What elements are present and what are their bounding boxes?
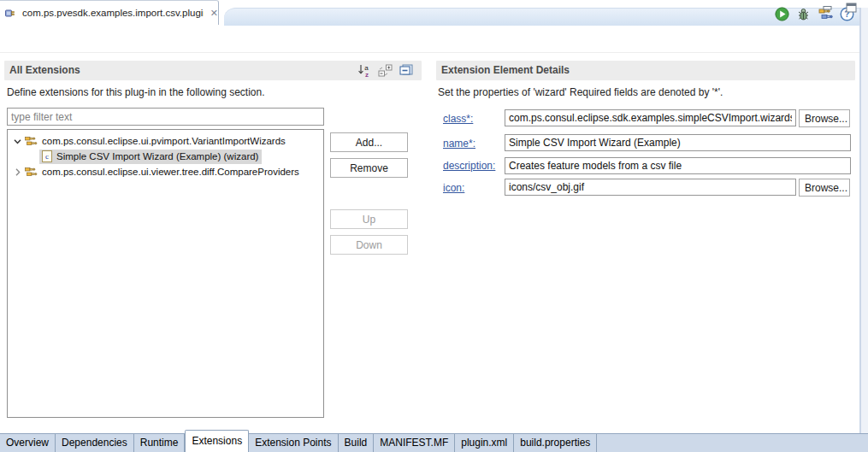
tree-node-variant-import-wizards[interactable]: com.ps.consul.eclipse.ui.pvimport.Varian… [8, 133, 323, 149]
tree-node-compare-providers[interactable]: com.ps.consul.eclipse.ui.viewer.tree.dif… [8, 164, 323, 179]
tree-node-label: com.ps.consul.eclipse.ui.pvimport.Varian… [42, 136, 286, 146]
chevron-right-icon[interactable] [13, 168, 21, 176]
extension-node-icon [25, 136, 38, 147]
run-icon[interactable] [775, 7, 789, 21]
collapse-all-icon[interactable] [399, 64, 413, 76]
tab-runtime[interactable]: Runtime [134, 434, 186, 452]
add-button[interactable]: Add... [330, 132, 408, 152]
plugin-icon [4, 7, 17, 20]
all-extensions-toolbar: a z [358, 63, 413, 77]
sort-alpha-icon[interactable]: a z [358, 63, 371, 77]
class-label-link[interactable]: class*: [443, 113, 473, 125]
tab-overview[interactable]: Overview [0, 434, 56, 452]
editor-tab-title: com.ps.pvesdk.examples.import.csv.plugin [22, 8, 204, 18]
name-field[interactable] [505, 134, 851, 151]
section-title: Extension Element Details [436, 61, 855, 80]
element-c-icon: c [42, 150, 52, 162]
close-icon[interactable]: ✕ [210, 9, 218, 18]
element-details-description: Set the properties of 'wizard' Required … [438, 86, 723, 98]
tab-build[interactable]: Build [339, 434, 375, 452]
editor-tab-strip [224, 8, 868, 26]
form-header [0, 26, 859, 53]
description-field[interactable] [505, 157, 851, 174]
tab-extensions[interactable]: Extensions [185, 430, 249, 452]
tab-plugin-xml[interactable]: plugin.xml [455, 434, 514, 452]
editor-tab[interactable]: com.ps.pvesdk.examples.import.csv.plugin… [0, 0, 219, 25]
debug-icon[interactable] [796, 7, 811, 21]
tree-row-selected[interactable]: c Simple CSV Import Wizard (Example) (wi… [8, 149, 323, 164]
tree-node-label: com.ps.consul.eclipse.ui.viewer.tree.dif… [42, 167, 299, 177]
description-label-link[interactable]: description: [443, 160, 495, 172]
tab-extension-points[interactable]: Extension Points [249, 434, 338, 452]
expand-collapse-icon[interactable] [378, 64, 393, 77]
extensions-tree[interactable]: com.ps.consul.eclipse.ui.pvimport.Varian… [7, 129, 324, 418]
editor-right-edge [859, 8, 868, 433]
class-browse-button[interactable]: Browse... [799, 109, 850, 127]
icon-browse-button[interactable]: Browse... [799, 179, 850, 197]
filter-input[interactable] [7, 108, 324, 126]
name-label-link[interactable]: name*: [443, 138, 475, 150]
all-extensions-section-header: All Extensions a z [4, 61, 422, 80]
window-controls [823, 3, 858, 13]
tree-node-label: Simple CSV Import Wizard (Example) (wiza… [56, 151, 258, 161]
icon-label-link[interactable]: icon: [443, 182, 464, 194]
tab-manifest-mf[interactable]: MANIFEST.MF [374, 434, 455, 452]
up-button[interactable]: Up [330, 209, 408, 229]
editor-page-tabs: Overview Dependencies Runtime Extensions… [0, 433, 868, 452]
svg-text:c: c [45, 152, 49, 161]
all-extensions-description: Define extensions for this plug-in in th… [7, 86, 265, 98]
extension-node-icon [25, 167, 38, 178]
icon-field[interactable] [505, 179, 796, 196]
svg-text:z: z [365, 71, 369, 78]
remove-button[interactable]: Remove [330, 158, 408, 178]
minimize-icon[interactable] [823, 3, 834, 13]
element-details-section-header: Extension Element Details [436, 61, 855, 80]
down-button[interactable]: Down [330, 235, 408, 255]
chevron-down-icon[interactable] [13, 138, 21, 145]
eclipse-plugin-editor: com.ps.pvesdk.examples.import.csv.plugin… [0, 0, 868, 452]
class-field[interactable] [505, 109, 796, 126]
tab-dependencies[interactable]: Dependencies [56, 434, 134, 452]
maximize-icon[interactable] [846, 3, 858, 13]
tab-build-properties[interactable]: build.properties [514, 434, 597, 452]
tree-selection[interactable]: c Simple CSV Import Wizard (Example) (wi… [39, 150, 262, 164]
